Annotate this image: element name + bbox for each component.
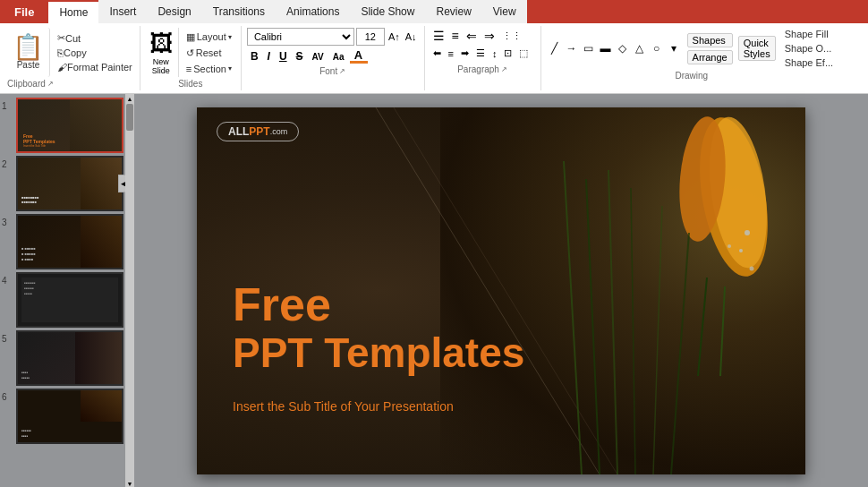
slide-5-thumbnail[interactable]: ■■■■■■■■■ bbox=[16, 330, 123, 386]
slide-6-thumb[interactable]: 6 ■■■■■■■■■■ bbox=[2, 389, 123, 444]
menu-tab-transitions[interactable]: Transitions bbox=[202, 0, 276, 23]
shape-more[interactable]: ▾ bbox=[666, 40, 682, 56]
shape-fill-button[interactable]: Shape Fill bbox=[781, 28, 837, 40]
svg-line-12 bbox=[586, 179, 600, 474]
change-case-button[interactable]: Aa bbox=[329, 50, 348, 64]
align-text-button[interactable]: ⊡ bbox=[501, 47, 515, 60]
shape-outline-button[interactable]: Shape O... bbox=[781, 42, 837, 55]
slide-title-line1: Free bbox=[233, 279, 524, 330]
scroll-down-button[interactable]: ▼ bbox=[126, 480, 133, 487]
layout-icon: ▦ bbox=[186, 31, 195, 43]
thumb-1-subtitle: Insert the Sub Title bbox=[23, 144, 46, 148]
menu-tab-review[interactable]: Review bbox=[425, 0, 481, 23]
new-slide-icon: 🖼 bbox=[149, 30, 173, 57]
bullets-button[interactable]: ☰ bbox=[430, 28, 447, 44]
italic-button[interactable]: I bbox=[264, 48, 274, 64]
shape-oval[interactable]: ○ bbox=[649, 40, 665, 56]
quick-styles-panel: QuickStyles bbox=[738, 36, 776, 61]
shape-triangle[interactable]: △ bbox=[632, 40, 648, 56]
slide-1-number: 1 bbox=[2, 101, 13, 111]
decrease-indent-button[interactable]: ⇐ bbox=[464, 28, 480, 44]
font-expand-icon[interactable]: ↗ bbox=[339, 67, 345, 75]
smartart-button[interactable]: ⬚ bbox=[516, 47, 531, 60]
layout-button[interactable]: ▦ Layout ▾ bbox=[183, 30, 235, 44]
justify-button[interactable]: ☰ bbox=[473, 47, 488, 60]
paragraph-expand-icon[interactable]: ↗ bbox=[501, 65, 507, 73]
slide-4-thumbnail[interactable]: ■■■■■■■■■■■■■■■■■■ bbox=[16, 272, 123, 328]
thumb-1-title: FreePPT Templates bbox=[23, 133, 55, 144]
slide-2-thumb[interactable]: 2 ■■■■■■■■■■■■■■■ bbox=[2, 156, 123, 211]
thumb-3-content: ■ ■■■■■■ ■■■■■■ ■■■■ bbox=[21, 246, 36, 262]
clipboard-expand-icon[interactable]: ↗ bbox=[47, 80, 54, 88]
svg-point-7 bbox=[750, 267, 754, 271]
shapes-button[interactable]: Shapes bbox=[687, 33, 733, 47]
slide-3-thumb[interactable]: 3 ■ ■■■■■■ ■■■■■■ ■■■■ bbox=[2, 214, 123, 269]
align-right-button[interactable]: ➡ bbox=[458, 47, 472, 60]
slide-2-thumbnail[interactable]: ■■■■■■■■■■■■■■■ bbox=[16, 156, 123, 211]
shape-rect2[interactable]: ▬ bbox=[598, 40, 614, 56]
slide-6-thumbnail[interactable]: ■■■■■■■■■■ bbox=[16, 389, 123, 444]
font-size-input[interactable] bbox=[356, 28, 385, 46]
menu-tab-design[interactable]: Design bbox=[147, 0, 201, 23]
scroll-up-button[interactable]: ▲ bbox=[126, 95, 133, 102]
menu-tab-slideshow[interactable]: Slide Show bbox=[350, 0, 425, 23]
slide-3-thumbnail[interactable]: ■ ■■■■■■ ■■■■■■ ■■■■ bbox=[16, 214, 123, 269]
slides-group: 🖼 NewSlide ▦ Layout ▾ ↺ Reset ≡ bbox=[140, 26, 242, 90]
slide-1-thumb[interactable]: 1 FreePPT Templates Insert the Sub Title bbox=[2, 98, 123, 153]
shape-rect[interactable]: ▭ bbox=[581, 40, 597, 56]
svg-point-5 bbox=[745, 230, 750, 235]
cut-button[interactable]: ✂ Cut bbox=[54, 31, 136, 45]
columns-button[interactable]: ⋮⋮ bbox=[499, 30, 524, 43]
panel-collapse-button[interactable]: ◀ bbox=[118, 175, 125, 192]
layout-dropdown-arrow: ▾ bbox=[228, 33, 232, 41]
new-slide-button[interactable]: 🖼 NewSlide bbox=[144, 28, 179, 77]
char-spacing-button[interactable]: AV bbox=[309, 50, 328, 64]
arrange-button[interactable]: Arrange bbox=[687, 50, 733, 64]
clipboard-group: 📋 Paste ✂ Cut ⎘ Copy 🖌 Format Painter bbox=[4, 26, 140, 90]
slide-4-thumb[interactable]: 4 ■■■■■■■■■■■■■■■■■■ bbox=[2, 272, 123, 328]
paragraph-label: Paragraph ↗ bbox=[430, 64, 535, 74]
section-button[interactable]: ≡ Section ▾ bbox=[183, 63, 235, 75]
increase-indent-button[interactable]: ⇒ bbox=[481, 28, 498, 44]
font-label: Font ↗ bbox=[247, 66, 419, 76]
shape-effects-button[interactable]: Shape Ef... bbox=[781, 56, 837, 69]
text-direction-button[interactable]: ↕ bbox=[489, 47, 500, 60]
menu-tab-home[interactable]: Home bbox=[48, 0, 98, 23]
slide-subtitle-text: Insert the Sub Title of Your Presentatio… bbox=[233, 399, 454, 414]
numbering-button[interactable]: ≡ bbox=[449, 28, 462, 44]
logo-text-ppt: PPT bbox=[249, 125, 269, 138]
reset-button[interactable]: ↺ Reset bbox=[183, 47, 235, 60]
font-color-button[interactable]: A bbox=[350, 49, 368, 64]
strikethrough-button[interactable]: S bbox=[293, 48, 307, 64]
align-center-button[interactable]: ≡ bbox=[446, 47, 456, 60]
panel-scrollbar[interactable]: ▲ ▼ bbox=[125, 94, 134, 487]
section-dropdown-arrow: ▾ bbox=[228, 64, 232, 73]
font-name-select[interactable]: Calibri bbox=[247, 28, 354, 46]
file-tab[interactable]: File bbox=[0, 0, 48, 23]
slide-canvas[interactable]: ALL PPT .com Free PPT Templates Insert t… bbox=[197, 107, 805, 474]
shape-line[interactable]: ╱ bbox=[547, 40, 563, 56]
shape-arrow[interactable]: → bbox=[564, 40, 580, 56]
slide-title[interactable]: Free PPT Templates bbox=[233, 279, 524, 376]
slide-subtitle[interactable]: Insert the Sub Title of Your Presentatio… bbox=[233, 399, 454, 414]
increase-font-size-button[interactable]: A↑ bbox=[387, 30, 402, 43]
copy-button[interactable]: ⎘ Copy bbox=[54, 47, 136, 59]
menu-tab-insert[interactable]: Insert bbox=[98, 0, 147, 23]
align-left-button[interactable]: ⬅ bbox=[430, 47, 444, 60]
slide-5-thumb[interactable]: 5 ■■■■■■■■■ bbox=[2, 330, 123, 386]
format-painter-button[interactable]: 🖌 Format Painter bbox=[54, 61, 136, 73]
logo-text-tld: .com bbox=[270, 127, 288, 136]
svg-line-9 bbox=[720, 286, 725, 376]
menu-tab-view[interactable]: View bbox=[482, 0, 527, 23]
shapes-panel: ╱ → ▭ ▬ ◇ △ ○ ▾ bbox=[547, 40, 682, 56]
menu-tab-animations[interactable]: Animations bbox=[276, 0, 350, 23]
shape-diamond[interactable]: ◇ bbox=[615, 40, 631, 56]
scroll-thumb[interactable] bbox=[126, 104, 133, 131]
paste-button[interactable]: 📋 Paste bbox=[7, 28, 50, 77]
underline-button[interactable]: U bbox=[276, 48, 291, 64]
slide-1-thumbnail[interactable]: FreePPT Templates Insert the Sub Title bbox=[16, 98, 123, 153]
decrease-font-size-button[interactable]: A↓ bbox=[404, 30, 419, 43]
quick-styles-button[interactable]: QuickStyles bbox=[738, 36, 776, 61]
bold-button[interactable]: B bbox=[247, 48, 262, 64]
slide-2-number: 2 bbox=[2, 159, 13, 169]
